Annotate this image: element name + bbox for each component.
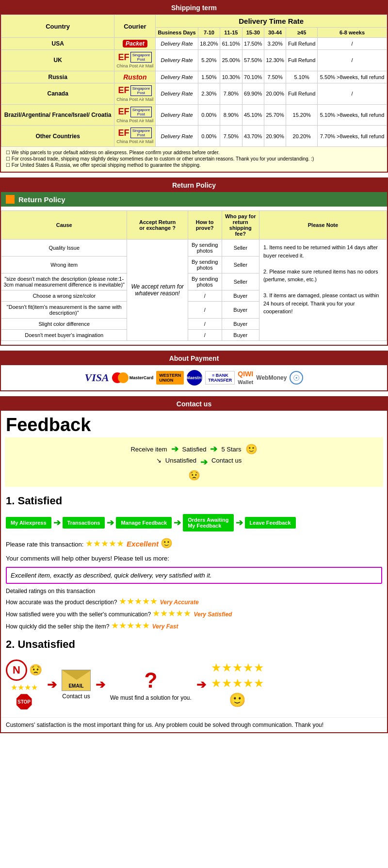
- mastercard-text: MasterCard: [129, 375, 154, 380]
- rate-cell: 2.30%: [198, 83, 220, 104]
- return-title: Return Policy: [18, 195, 65, 204]
- orders-awaiting-btn[interactable]: Orders AwaitingMy Feedback: [183, 514, 233, 531]
- rate-cell: Full Refund: [286, 83, 318, 104]
- rate-cell: 0.00%: [198, 104, 220, 126]
- delivery-rate-label: Delivery Rate: [156, 50, 198, 71]
- rate-cell: 3.20%: [264, 38, 286, 50]
- note-2: ☐ For cross-broad trade, shipping may sl…: [6, 156, 382, 161]
- rate-cell: /: [318, 38, 387, 50]
- rate-cell: 20.00%: [264, 83, 286, 104]
- arrow-branch: ↘: [156, 457, 162, 464]
- angry-emoji-1: 😟: [29, 664, 42, 676]
- prove-cell: /: [188, 302, 222, 319]
- rate-cell: 57.50%: [242, 50, 264, 71]
- rate-cell: 7.50%: [220, 126, 242, 147]
- country-cell: Other Countries: [1, 126, 114, 147]
- contact-header: Contact us: [1, 397, 387, 411]
- email-envelope: EMAIL: [62, 670, 91, 691]
- contact-us-flow: Contact us: [211, 457, 242, 464]
- prove-cell: /: [188, 319, 222, 330]
- my-aliexpress-btn[interactable]: My Aliexpress: [6, 517, 51, 529]
- rate-cell: /: [318, 83, 387, 104]
- rate-cell: 8.90%: [220, 104, 242, 126]
- payment-header: About Payment: [1, 352, 387, 365]
- shipping-table: Country Courier Delivery Time Rate Busin…: [1, 15, 387, 147]
- cause-cell: "size doesn't match the description (ple…: [1, 273, 127, 290]
- col-7-10: 7-10: [198, 28, 220, 38]
- flow-arrow-2: ➔: [96, 678, 105, 691]
- return-row: Quality IssueWe accept return for whatev…: [1, 240, 387, 257]
- big-stars: ★★★★★: [211, 661, 264, 675]
- rate-cell: Full Refund: [286, 50, 318, 71]
- col-45: ≥45: [286, 28, 318, 38]
- rating-q1: How accurate was the product description…: [6, 599, 117, 606]
- rate-cell: 7.50%: [264, 71, 286, 83]
- unsatisfied-flow-row: ↘ Unsatisfied ➔ Contact us: [11, 457, 377, 467]
- happy-emoji: 🙂: [245, 443, 258, 455]
- rating-row-3: How quickly did the seller ship the item…: [6, 620, 382, 631]
- rate-cell: 0.00%: [198, 126, 220, 147]
- feedback-flow: Receive item ➔ Satisfied ➔ 5 Stars 🙂 ↘ U…: [5, 437, 383, 487]
- country-cell: USA: [1, 38, 114, 50]
- verdict-q3: Very Fast: [152, 623, 178, 630]
- prove-cell: By sending photos: [188, 257, 222, 273]
- who-pays-cell: Seller: [222, 240, 259, 257]
- col-15-30: 15-30: [242, 28, 264, 38]
- receive-item-label: Receive item: [130, 446, 167, 453]
- verdict-q2: Very Satisfied: [194, 611, 232, 618]
- unsatisfied-title: 2. Unsatisfied: [1, 634, 387, 655]
- mastercard-logo: MasterCard: [112, 372, 154, 383]
- accept-header: Accept Returnor exchange ?: [127, 211, 188, 240]
- webmoney-logo: WebMoney: [256, 374, 287, 381]
- visa-logo: VISA: [85, 371, 109, 384]
- col-business-days: Business Days: [156, 28, 198, 38]
- manage-feedback-btn[interactable]: Manage Feedback: [116, 517, 172, 529]
- rate-cell: 61.10%: [220, 38, 242, 50]
- shipping-row: Other Countries EF SingaporePost China P…: [1, 126, 387, 147]
- rate-cell: 70.10%: [242, 71, 264, 83]
- delivery-time-header: Delivery Time Rate: [156, 15, 387, 28]
- courier-cell: Ruston: [114, 71, 156, 83]
- delivery-rate-label: Delivery Rate: [156, 71, 198, 83]
- cause-cell: Slight color difference: [1, 319, 127, 330]
- courier-header: Courier: [114, 15, 156, 38]
- step-arrow-4: ➔: [236, 517, 243, 528]
- verdict-q1: Very Accurate: [160, 599, 199, 606]
- cause-cell: Wrong item: [1, 257, 127, 273]
- rate-cell: Full Refund: [286, 38, 318, 50]
- rate-cell: 1.50%: [198, 71, 220, 83]
- who-pays-cell: Buyer: [222, 330, 259, 341]
- rate-cell: 5.50% >8weeks, full refund: [318, 71, 387, 83]
- flow-arrow-3: ➔: [196, 678, 206, 691]
- satisfied-label: Satisfied: [182, 446, 207, 453]
- solution-text: We must find a solution for you.: [110, 694, 192, 701]
- note-1: ☐ We ship parcels to your default addres…: [6, 150, 382, 155]
- who-pays-cell: Seller: [222, 257, 259, 273]
- big-stars-2: ★★★★★: [211, 676, 264, 690]
- rate-cell: 5.10% >8weeks, full refund: [318, 104, 387, 126]
- country-header: Country: [1, 15, 114, 38]
- steps-row: My Aliexpress ➔ Transactions ➔ Manage Fe…: [1, 511, 387, 534]
- rate-cell: 20.90%: [264, 126, 286, 147]
- bank-transfer-logo: ≡ BANKTRANSFER: [205, 371, 235, 385]
- cause-header: Cause: [1, 211, 127, 240]
- return-header-bar: Return Policy: [1, 192, 387, 207]
- cause-cell: "Doesn't fit(item's measurement is the s…: [1, 302, 127, 319]
- detailed-ratings: Detailed ratings on this transaction How…: [1, 586, 387, 634]
- rate-cell: 25.70%: [264, 104, 286, 126]
- comment-prompt: Your comments will help other buyers! Pl…: [1, 552, 387, 565]
- stars-q2: ★★★★★: [152, 609, 194, 618]
- contact-us-label: Contact us: [62, 693, 90, 700]
- comment-example: Excellent item, exactly as described, qu…: [6, 567, 382, 584]
- step-arrow-1: ➔: [53, 517, 61, 528]
- arrow-2: ➔: [210, 444, 217, 454]
- sad-emoji: 😟: [188, 470, 200, 481]
- courier-cell: EF SingaporePost China Post Air Mail: [114, 104, 156, 126]
- transactions-btn[interactable]: Transactions: [63, 517, 105, 529]
- payment-section: About Payment VISA MasterCard WESTERNUNI…: [0, 351, 388, 391]
- leave-feedback-btn[interactable]: Leave Feedback: [245, 517, 296, 529]
- who-pays-cell: Seller: [222, 273, 259, 290]
- globe-icon: ☉: [290, 371, 303, 385]
- rate-cell: 7.70% >8weeks, full refund: [318, 126, 387, 147]
- prove-cell: /: [188, 330, 222, 341]
